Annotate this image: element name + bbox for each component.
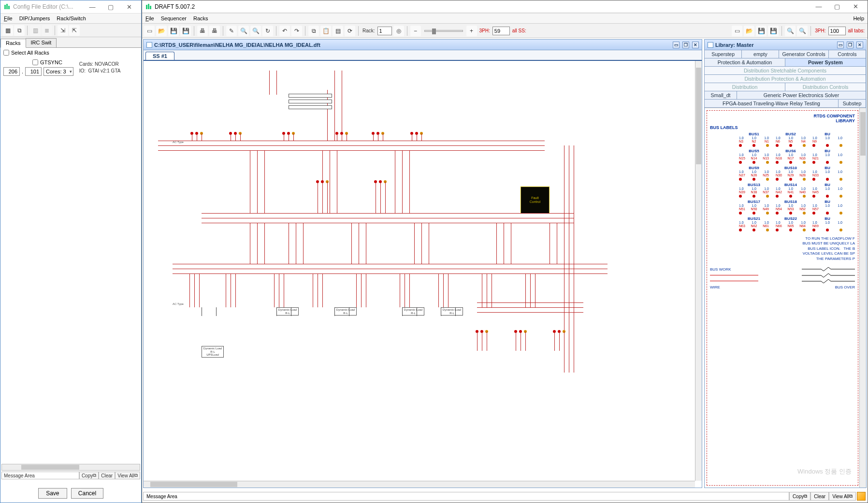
menu-file[interactable]: File xyxy=(144,15,156,22)
menu-help[interactable]: Help xyxy=(852,15,866,22)
bus-label-block[interactable]: BU 1.01.01.0 N45 xyxy=(812,183,842,198)
bus-label-block[interactable]: BUS14 1.01.01.0 N42N41N40 xyxy=(776,183,806,198)
lib-tab-controls[interactable]: Controls xyxy=(828,50,866,58)
copy-icon[interactable]: ⧉ xyxy=(308,26,319,36)
bus-label-block[interactable]: BU 1.01.01.0 N21 xyxy=(812,149,842,164)
bus-label-block[interactable]: BU 1.01.01.0 N69 xyxy=(812,216,842,231)
schematic-canvas[interactable]: FaultControl Dynamic LoadR-LUPSLoad Dyna… xyxy=(144,61,695,481)
lib-tab-gpes[interactable]: Generic Power Electronics Solver xyxy=(737,91,866,100)
bus-label-block[interactable]: BUS9 1.01.01.0 N27N26N25 xyxy=(739,166,769,181)
bus-label-block[interactable]: BU 1.01.01.0 N33 xyxy=(812,166,842,181)
lib-save-icon[interactable]: 💾 xyxy=(756,26,767,36)
bus-label-block[interactable]: BU 1.01.01.0 N57 xyxy=(812,200,842,215)
canvas-vscrollbar[interactable] xyxy=(695,61,702,481)
minimize-button[interactable]: — xyxy=(83,0,101,13)
menu-racks[interactable]: Racks xyxy=(192,15,210,22)
cfe-tab-racks[interactable]: Racks xyxy=(0,39,26,48)
panel-min-icon[interactable]: ▭ xyxy=(673,42,680,48)
library-canvas[interactable]: RTDS COMPONENTLIBRARY BUS LABELS BUS1 1.… xyxy=(707,110,858,486)
dynload-box[interactable]: Dynamic LoadR-L xyxy=(334,307,357,316)
cancel-button[interactable]: Cancel xyxy=(71,488,103,499)
lib-tab-dist[interactable]: Distribution xyxy=(704,83,785,91)
print-icon[interactable]: 🖶 xyxy=(209,26,220,36)
bus-label-block[interactable]: BUS1 1.01.01.0 N3N2N1 xyxy=(739,132,769,147)
main-clear-button[interactable]: Clear xyxy=(810,492,829,501)
cfe-hscrollbar[interactable] xyxy=(1,464,140,471)
bus-label-block[interactable]: BU 1.01.01.0 N9 xyxy=(812,132,842,147)
bus-label-block[interactable]: BUS21 1.01.01.0 N63N62N61 xyxy=(739,216,769,231)
lib-saveall-icon[interactable]: 💾 xyxy=(768,26,779,36)
select-all-racks-checkbox[interactable]: Select All Racks xyxy=(3,50,49,56)
lib-tab-substep[interactable]: Substep xyxy=(838,99,866,108)
sync-icon[interactable]: ⟳ xyxy=(345,26,355,36)
lib-ph-input[interactable] xyxy=(828,27,846,35)
canvas-hscrollbar[interactable] xyxy=(144,481,695,488)
bus-label-block[interactable]: BUS22 1.01.01.0 N66N65N64 xyxy=(776,216,806,231)
cfe-tab-irc[interactable]: IRC Swit xyxy=(26,38,57,47)
lib-tab-dist-stretch[interactable]: Distribution Stretchable Components xyxy=(704,66,866,75)
lib-tab-prot[interactable]: Protection & Automation xyxy=(704,58,785,67)
library-vscrollbar[interactable] xyxy=(859,108,866,488)
paste-icon[interactable]: 📋 xyxy=(320,26,331,36)
cfe-copy-button[interactable]: Copy ⧉ xyxy=(79,472,99,479)
cfe-menu-dip[interactable]: DIP/Jumpers xyxy=(18,15,52,22)
colors-icon[interactable]: ▤ xyxy=(333,26,343,36)
save-button[interactable]: Save xyxy=(38,488,67,499)
undo-icon[interactable]: ↶ xyxy=(279,26,290,36)
dynload-box[interactable]: Dynamic LoadR-LUPSLoad xyxy=(202,346,224,358)
rack-input[interactable] xyxy=(377,27,392,35)
cfe-clear-button[interactable]: Clear xyxy=(99,472,115,479)
target-icon[interactable]: ◎ xyxy=(393,26,404,36)
close-button[interactable]: ✕ xyxy=(846,0,865,13)
minimize-button[interactable]: — xyxy=(810,0,828,13)
link-icon[interactable]: ✎ xyxy=(226,26,237,36)
bus-label-block[interactable]: BUS2 1.01.01.0 N6N5N4 xyxy=(776,132,806,147)
bus-label-block[interactable]: BUS17 1.01.01.0 N51N50N49 xyxy=(739,200,769,215)
panel-min-icon[interactable]: ▭ xyxy=(837,42,844,48)
ph-input[interactable] xyxy=(492,27,510,35)
refresh-icon[interactable]: ↻ xyxy=(262,26,273,36)
dynload-box[interactable]: Dynamic LoadR-L xyxy=(276,307,299,316)
tray-icon[interactable] xyxy=(857,492,866,501)
save-all-icon[interactable]: 💾 xyxy=(180,26,191,36)
print-setup-icon[interactable]: 🖶 xyxy=(197,26,208,36)
panel-close-icon[interactable]: ✕ xyxy=(856,42,863,48)
ss-tab[interactable]: SS #1 xyxy=(145,52,174,60)
panel-max-icon[interactable]: ❐ xyxy=(847,42,854,48)
bus-label-block[interactable]: BUS6 1.01.01.0 N18N17N16 xyxy=(776,149,806,164)
bus-label-block[interactable]: BUS18 1.01.01.0 N54N53N52 xyxy=(776,200,806,215)
tool-list-icon[interactable]: ≣ xyxy=(42,25,52,36)
lib-tab-fpga[interactable]: FPGA-based Traveling-Wave Relay Testing xyxy=(704,99,839,108)
lib-open-icon[interactable]: 📂 xyxy=(744,26,754,36)
zoom-in-icon[interactable]: + xyxy=(466,26,477,36)
main-copy-button[interactable]: Copy ⧉ xyxy=(789,492,810,501)
save-icon[interactable]: 💾 xyxy=(168,26,179,36)
fault-control-block[interactable]: FaultControl xyxy=(521,187,550,214)
lib-tab-superstep[interactable]: Superstep xyxy=(704,50,742,58)
panel-max-icon[interactable]: ❐ xyxy=(682,42,689,48)
zoom-out-icon[interactable]: − xyxy=(410,26,421,36)
main-titlebar[interactable]: DRAFT 5.007.2 — ▢ ✕ xyxy=(142,0,868,13)
zoom-slider[interactable] xyxy=(424,30,463,32)
cfe-viewall-button[interactable]: View All ⧉ xyxy=(115,472,140,479)
lib-tab-smalldt[interactable]: Small_dt xyxy=(704,91,737,100)
maximize-button[interactable]: ▢ xyxy=(828,0,846,13)
tool-add-rack-icon[interactable]: ▦ xyxy=(2,25,13,36)
panel-close-icon[interactable]: ✕ xyxy=(692,42,699,48)
find-next-icon[interactable]: 🔍 xyxy=(250,26,261,36)
redo-icon[interactable]: ↷ xyxy=(291,26,302,36)
bus-label-block[interactable]: BUS10 1.01.01.0 N30N29N28 xyxy=(776,166,806,181)
main-viewall-button[interactable]: View All ⧉ xyxy=(829,492,856,501)
new-file-icon[interactable]: ▭ xyxy=(144,26,155,36)
lib-find-icon[interactable]: 🔍 xyxy=(785,26,796,36)
select-all-racks-input[interactable] xyxy=(3,50,9,56)
lib-tab-empty[interactable]: empty xyxy=(741,50,779,58)
lib-tab-dist-prot[interactable]: Distribution Protection & Automation xyxy=(704,74,866,83)
lib-tab-genctrl[interactable]: Generator Controls xyxy=(779,50,828,58)
rack-range-hi-input[interactable] xyxy=(25,67,42,76)
tool-export-icon[interactable]: ⇲ xyxy=(58,25,68,36)
cfe-menu-file[interactable]: FFileile xyxy=(2,15,14,22)
bus-label-block[interactable]: BUS13 1.01.01.0 N39N38N37 xyxy=(739,183,769,198)
cfe-menu-rack[interactable]: Rack/Switch xyxy=(55,15,87,22)
cores-select[interactable]: Cores: 3 xyxy=(43,67,73,76)
